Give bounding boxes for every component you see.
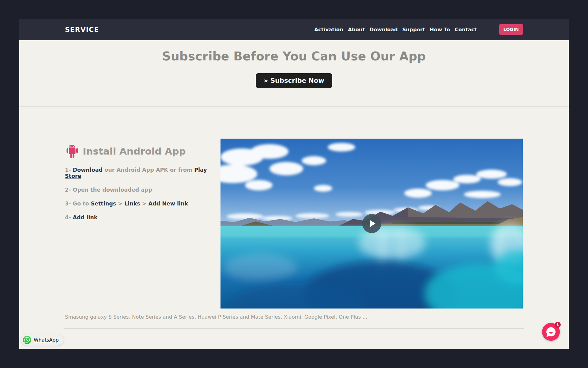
chat-widget-button[interactable]: 1 xyxy=(542,323,560,341)
whatsapp-link[interactable]: WhatsApp xyxy=(21,334,64,346)
nav-item-howto[interactable]: How To xyxy=(430,27,450,33)
main-nav: Activation About Download Support How To… xyxy=(314,24,523,35)
chat-bubble-icon xyxy=(546,327,556,336)
install-section: Install Android App 1- Download our Andr… xyxy=(19,139,569,309)
play-icon xyxy=(370,220,375,227)
step-number: 4- xyxy=(65,214,73,220)
step-text: our Android App APK or from xyxy=(103,167,194,173)
install-section-title: Install Android App xyxy=(83,146,186,157)
step-text: Add New link xyxy=(149,201,188,207)
step-number: 2- xyxy=(65,187,73,193)
android-icon xyxy=(65,144,80,159)
step-number: 3- xyxy=(65,201,73,207)
install-instructions: Install Android App 1- Download our Andr… xyxy=(65,139,221,309)
login-button[interactable]: LOGIN xyxy=(499,24,523,35)
step-link[interactable]: Download xyxy=(73,167,103,173)
step-text: Open the downloaded app xyxy=(73,187,153,193)
nav-item-contact[interactable]: Contact xyxy=(455,27,477,33)
chat-smile-icon xyxy=(549,332,553,334)
step-text: Go to xyxy=(73,201,91,207)
page-content: SERVICE Activation About Download Suppor… xyxy=(19,19,569,349)
install-step: 2- Open the downloaded app xyxy=(65,187,221,193)
install-steps: 1- Download our Android App APK or from … xyxy=(65,167,221,220)
whatsapp-icon xyxy=(23,335,32,344)
site-header: SERVICE Activation About Download Suppor… xyxy=(19,19,569,40)
subscribe-now-button[interactable]: » Subscribe Now xyxy=(256,73,332,88)
nav-item-download[interactable]: Download xyxy=(369,27,398,33)
nav-item-support[interactable]: Support xyxy=(402,27,425,33)
step-text: > xyxy=(140,201,149,207)
subscribe-hero: Subscribe Before You Can Use Our App » S… xyxy=(19,40,569,107)
install-step: 1- Download our Android App APK or from … xyxy=(65,167,221,179)
step-text: Settings xyxy=(91,201,116,207)
page-title: Subscribe Before You Can Use Our App xyxy=(19,49,569,64)
double-chevron-icon: » xyxy=(264,77,267,84)
nav-item-activation[interactable]: Activation xyxy=(314,27,343,33)
step-number: 1- xyxy=(65,167,73,173)
install-title-row: Install Android App xyxy=(65,144,221,159)
brand-logo[interactable]: SERVICE xyxy=(65,26,99,33)
chat-unread-badge: 1 xyxy=(555,322,561,328)
tutorial-video[interactable] xyxy=(221,139,523,309)
nav-item-about[interactable]: About xyxy=(348,27,365,33)
step-text: > xyxy=(116,201,124,207)
whatsapp-label: WhatsApp xyxy=(34,337,59,343)
supported-devices-note: Smasung galaxy S Series, Note Series and… xyxy=(65,314,523,320)
step-text: Links xyxy=(124,201,140,207)
bottom-divider xyxy=(64,328,524,329)
install-step: 4- Add link xyxy=(65,214,221,220)
step-text: Add link xyxy=(73,214,98,220)
play-button[interactable] xyxy=(362,214,381,233)
subscribe-button-label: Subscribe Now xyxy=(270,77,324,84)
install-step: 3- Go to Settings > Links > Add New link xyxy=(65,201,221,207)
